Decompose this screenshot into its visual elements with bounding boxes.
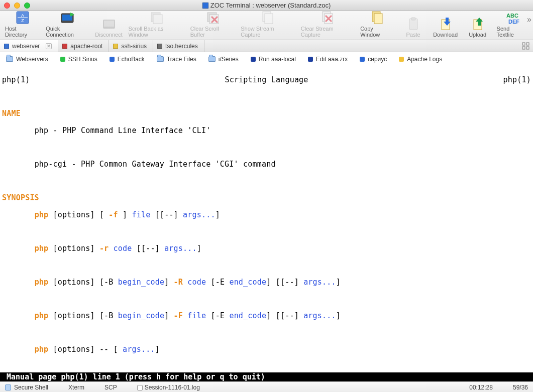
tab-label: ssh-sirius bbox=[121, 43, 147, 50]
app-icon bbox=[202, 3, 208, 9]
scroll-back-icon bbox=[148, 10, 164, 26]
svg-rect-8 bbox=[104, 21, 114, 27]
quickbar-apache-logs[interactable]: Apache Logs bbox=[399, 56, 442, 63]
toolbar-label: Download bbox=[433, 32, 458, 38]
toolbar-label: Paste bbox=[406, 32, 420, 38]
svg-rect-10 bbox=[153, 15, 162, 24]
quickbar-folder-iseries[interactable]: i/Series bbox=[208, 56, 239, 63]
man-flag: -R bbox=[174, 278, 183, 287]
toolbar-label: Upload bbox=[469, 32, 486, 38]
show-stream-capture-button[interactable]: Show Stream Capture bbox=[239, 9, 297, 39]
man-text: [options] bbox=[53, 210, 95, 219]
tab-status-icon bbox=[62, 44, 67, 49]
man-text: ] bbox=[164, 278, 169, 287]
man-arg: begin_code bbox=[118, 311, 164, 320]
man-arg: begin_code bbox=[118, 278, 164, 287]
show-stream-icon bbox=[260, 10, 276, 26]
man-text: ] bbox=[155, 345, 160, 354]
toolbar: AZ Host Directory Quick Connection Disco… bbox=[0, 11, 533, 40]
paste-button[interactable]: Paste bbox=[398, 15, 429, 39]
session-icon bbox=[110, 57, 115, 62]
man-flag: -r bbox=[99, 244, 109, 253]
man-text: [options] bbox=[53, 244, 95, 253]
window-title-text: ZOC Terminal : webserver (Standard.zoc) bbox=[210, 2, 331, 9]
man-arg: args... bbox=[303, 278, 336, 287]
folder-icon bbox=[157, 56, 164, 62]
protocol-icon bbox=[5, 384, 11, 390]
man-text: ] bbox=[197, 244, 201, 253]
status-transfer: SCP bbox=[104, 384, 117, 391]
toolbar-label: Host Directory bbox=[5, 26, 40, 38]
quick-connection-button[interactable]: Quick Connection bbox=[44, 9, 91, 39]
man-arg: end_code bbox=[229, 311, 266, 320]
host-directory-button[interactable]: AZ Host Directory bbox=[3, 9, 42, 39]
quickbar-label: EchoBack bbox=[118, 56, 145, 63]
tab-ssh-sirius[interactable]: ssh-sirius bbox=[109, 40, 153, 52]
man-flag: -f bbox=[109, 210, 118, 219]
quickbar-label: Edit aaa.zrx bbox=[316, 56, 348, 63]
quickbar-folder-trace-files[interactable]: Trace Files bbox=[157, 56, 196, 63]
quickbar-label: Trace Files bbox=[167, 56, 196, 63]
status-terminal: Xterm bbox=[68, 384, 84, 391]
session-tabs: webserver ✕ apache-root ssh-sirius tso.h… bbox=[0, 40, 533, 52]
disconnect-icon bbox=[101, 16, 117, 32]
svg-rect-33 bbox=[522, 47, 525, 49]
quickbar-echoback[interactable]: EchoBack bbox=[110, 56, 145, 63]
quickbar-label: Webservers bbox=[16, 56, 48, 63]
clear-scroll-icon bbox=[204, 10, 221, 26]
folder-icon bbox=[208, 56, 216, 62]
send-textfile-icon: ABCDEF bbox=[504, 10, 520, 26]
toolbar-label: Show Stream Capture bbox=[241, 26, 295, 38]
quickbar-edit-aaa-zrx[interactable]: Edit aaa.zrx bbox=[308, 56, 348, 63]
man-text: ] bbox=[336, 311, 341, 320]
clear-stream-capture-button[interactable]: Clear Stream Capture bbox=[299, 9, 356, 39]
tab-status-icon bbox=[4, 44, 9, 49]
quickbar-label: SSH Sirius bbox=[68, 56, 97, 63]
quickbar-ssh-sirius[interactable]: SSH Sirius bbox=[60, 56, 97, 63]
man-arg: args... bbox=[183, 210, 216, 219]
toolbar-overflow-button[interactable]: » bbox=[527, 15, 530, 24]
quickbar-sirius-cyr[interactable]: сириус bbox=[360, 56, 387, 63]
upload-icon bbox=[470, 16, 486, 32]
tab-grid-button[interactable] bbox=[522, 42, 530, 50]
man-text: ] bbox=[266, 311, 271, 320]
man-text: [-B bbox=[99, 278, 114, 287]
quickbar: Webservers SSH Sirius EchoBack Trace Fil… bbox=[0, 52, 533, 66]
man-text: [options] bbox=[53, 345, 95, 354]
terminal-view[interactable]: php(1)Scripting Languagephp(1) NAME php … bbox=[0, 66, 533, 372]
man-text: ] bbox=[266, 278, 271, 287]
man-text: -- [ bbox=[99, 345, 118, 354]
upload-button[interactable]: Upload bbox=[463, 15, 493, 39]
man-flag: -F bbox=[174, 311, 183, 320]
svg-rect-34 bbox=[526, 47, 529, 49]
man-arg: file bbox=[187, 311, 206, 320]
copy-window-button[interactable]: Copy Window bbox=[358, 9, 396, 39]
quickbar-label: Apache Logs bbox=[407, 56, 442, 63]
log-checkbox[interactable] bbox=[137, 385, 143, 390]
svg-text:Z: Z bbox=[21, 18, 24, 23]
tab-tso-hercules[interactable]: tso.hercules bbox=[153, 40, 204, 52]
tab-close-button[interactable]: ✕ bbox=[46, 43, 52, 49]
quickbar-run-aaa-local[interactable]: Run aaa-local bbox=[251, 56, 296, 63]
tab-status-icon bbox=[113, 44, 118, 49]
man-text: [-B bbox=[99, 311, 114, 320]
send-textfile-button[interactable]: ABCDEF Send Textfile bbox=[495, 9, 530, 39]
man-text: [[--] bbox=[137, 244, 160, 253]
tab-apache-root[interactable]: apache-root bbox=[58, 40, 109, 52]
paste-icon bbox=[405, 16, 421, 32]
man-section-name: NAME bbox=[2, 109, 21, 118]
toolbar-label: Copy Window bbox=[360, 26, 394, 38]
download-button[interactable]: Download bbox=[431, 15, 461, 39]
man-arg: end_code bbox=[229, 278, 266, 287]
host-directory-icon: AZ bbox=[15, 10, 31, 26]
man-arg: args... bbox=[303, 311, 336, 320]
quickbar-folder-webservers[interactable]: Webservers bbox=[6, 56, 48, 63]
toolbar-label: Quick Connection bbox=[46, 26, 89, 38]
clear-scroll-buffer-button[interactable]: Clear Scroll Buffer bbox=[188, 9, 237, 39]
svg-rect-31 bbox=[522, 43, 525, 45]
disconnect-button[interactable]: Disconnect bbox=[93, 15, 125, 39]
toolbar-label: Clear Scroll Buffer bbox=[190, 26, 235, 38]
tab-webserver[interactable]: webserver ✕ bbox=[0, 40, 58, 52]
man-text: ] bbox=[216, 210, 220, 219]
scroll-back-window-button[interactable]: Scroll Back as Window bbox=[127, 9, 186, 39]
